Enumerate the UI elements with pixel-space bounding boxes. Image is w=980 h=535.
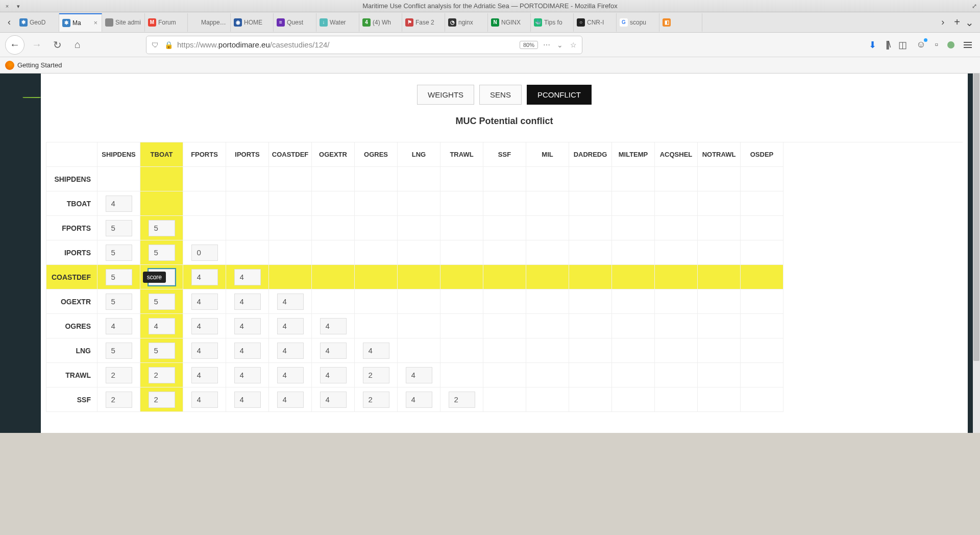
page-actions-icon[interactable]: ⋯ bbox=[542, 40, 551, 50]
matrix-score-input[interactable] bbox=[191, 318, 218, 334]
pocket-icon[interactable]: ⌄ bbox=[555, 40, 565, 50]
window-maximize-button[interactable]: ⤢ bbox=[972, 3, 977, 10]
matrix-score-input[interactable] bbox=[234, 294, 261, 310]
tab-favicon-icon: ≡ bbox=[277, 18, 285, 27]
tab-scroll-right[interactable]: › bbox=[936, 15, 950, 30]
matrix-score-input[interactable] bbox=[149, 318, 175, 334]
matrix-cell bbox=[355, 338, 398, 363]
tab-close-button[interactable]: × bbox=[92, 19, 99, 27]
analysis-tab[interactable]: WEIGHTS bbox=[417, 85, 474, 105]
app-menu-button[interactable] bbox=[964, 42, 972, 48]
window-close-button[interactable]: × bbox=[4, 3, 10, 9]
matrix-score-input[interactable] bbox=[320, 343, 347, 359]
matrix-cell bbox=[226, 363, 269, 387]
zoom-badge[interactable]: 80% bbox=[520, 41, 538, 49]
browser-tab[interactable]: ○CNR-I bbox=[574, 13, 617, 32]
matrix-cell bbox=[312, 363, 355, 387]
browser-tab[interactable]: Site admi bbox=[102, 13, 145, 32]
browser-tab[interactable]: MForum bbox=[145, 13, 188, 32]
matrix-score-input[interactable] bbox=[191, 392, 218, 408]
matrix-score-input[interactable] bbox=[149, 294, 175, 310]
matrix-score-input[interactable] bbox=[106, 196, 132, 212]
matrix-cell bbox=[698, 265, 741, 289]
matrix-cell bbox=[440, 216, 483, 240]
tab-label: Quest bbox=[287, 19, 313, 26]
matrix-score-input[interactable] bbox=[363, 343, 389, 359]
browser-tab[interactable]: ◧ bbox=[659, 13, 702, 32]
browser-tab[interactable]: 🐳Tips fo bbox=[531, 13, 574, 32]
matrix-score-input[interactable] bbox=[234, 318, 261, 334]
browser-tab[interactable]: Mappe ge bbox=[188, 13, 231, 32]
nav-home-button[interactable]: ⌂ bbox=[69, 37, 86, 53]
matrix-score-input[interactable] bbox=[363, 392, 389, 408]
browser-tab[interactable]: ✱Ma× bbox=[59, 13, 102, 32]
matrix-score-input[interactable] bbox=[191, 367, 218, 383]
matrix-cell bbox=[183, 289, 226, 314]
matrix-score-input[interactable] bbox=[320, 367, 347, 383]
matrix-score-input[interactable] bbox=[277, 343, 304, 359]
matrix-score-input[interactable] bbox=[234, 392, 261, 408]
matrix-col-header: LNG bbox=[398, 142, 440, 167]
matrix-cell bbox=[698, 167, 741, 191]
matrix-cell bbox=[269, 167, 312, 191]
matrix-score-input[interactable] bbox=[106, 269, 132, 285]
matrix-score-input[interactable] bbox=[191, 294, 218, 310]
matrix-score-input[interactable] bbox=[449, 392, 475, 408]
save-page-icon[interactable]: ▫ bbox=[935, 39, 938, 50]
downloads-icon[interactable]: ⬇ bbox=[869, 39, 876, 51]
browser-tab[interactable]: ◔nginx bbox=[445, 13, 488, 32]
matrix-score-input[interactable] bbox=[149, 245, 175, 261]
browser-tab[interactable]: 4(4) Wh bbox=[359, 13, 402, 32]
analysis-tab[interactable]: PCONFLICT bbox=[527, 85, 592, 105]
matrix-score-input[interactable] bbox=[149, 367, 175, 383]
bookmark-item[interactable]: Getting Started bbox=[17, 61, 62, 69]
browser-tab[interactable]: ✱GeoD bbox=[16, 13, 59, 32]
matrix-score-input[interactable] bbox=[106, 294, 132, 310]
matrix-score-input[interactable] bbox=[234, 343, 261, 359]
page-scrollbar[interactable] bbox=[973, 74, 980, 433]
matrix-score-input[interactable] bbox=[106, 220, 132, 236]
all-tabs-button[interactable]: ⌄ bbox=[965, 16, 974, 29]
matrix-score-input[interactable] bbox=[320, 392, 347, 408]
matrix-cell bbox=[440, 387, 483, 412]
library-icon[interactable]: |||\ bbox=[886, 39, 889, 50]
matrix-score-input[interactable] bbox=[106, 367, 132, 383]
matrix-score-input[interactable] bbox=[106, 318, 132, 334]
matrix-score-input[interactable] bbox=[277, 392, 304, 408]
matrix-score-input[interactable] bbox=[406, 392, 432, 408]
tab-scroll-left[interactable]: ‹ bbox=[2, 15, 16, 30]
window-minimize-button[interactable]: ▾ bbox=[15, 3, 21, 9]
matrix-score-input[interactable] bbox=[234, 367, 261, 383]
analysis-tab[interactable]: SENS bbox=[479, 85, 522, 105]
matrix-row-header: COASTDEF bbox=[46, 265, 97, 289]
browser-tab[interactable]: ◉HOME bbox=[231, 13, 274, 32]
sidebar-icon[interactable]: ◫ bbox=[898, 39, 907, 51]
browser-tab[interactable]: NNGINX bbox=[488, 13, 531, 32]
new-tab-button[interactable]: + bbox=[954, 16, 960, 28]
matrix-score-input[interactable] bbox=[106, 392, 132, 408]
matrix-score-input[interactable] bbox=[149, 392, 175, 408]
matrix-score-input[interactable] bbox=[106, 245, 132, 261]
matrix-score-input[interactable] bbox=[363, 367, 389, 383]
matrix-score-input[interactable] bbox=[106, 343, 132, 359]
matrix-score-input[interactable] bbox=[277, 318, 304, 334]
matrix-score-input[interactable] bbox=[149, 220, 175, 236]
browser-tab[interactable]: ≡Quest bbox=[274, 13, 316, 32]
matrix-score-input[interactable] bbox=[191, 343, 218, 359]
nav-back-button[interactable]: ← bbox=[5, 35, 24, 55]
address-bar[interactable]: 🛡 🔒 https://www.portodimare.eu/casestudi… bbox=[146, 36, 582, 54]
matrix-score-input[interactable] bbox=[277, 367, 304, 383]
matrix-score-input[interactable] bbox=[406, 367, 432, 383]
matrix-score-input[interactable] bbox=[277, 294, 304, 310]
matrix-score-input[interactable] bbox=[191, 245, 218, 261]
matrix-score-input[interactable] bbox=[149, 343, 175, 359]
matrix-score-input[interactable] bbox=[320, 318, 347, 334]
matrix-score-input[interactable] bbox=[191, 269, 218, 285]
matrix-score-input[interactable] bbox=[234, 269, 261, 285]
nav-reload-button[interactable]: ↻ bbox=[49, 37, 65, 53]
browser-tab[interactable]: Gscopu bbox=[617, 13, 659, 32]
browser-tab[interactable]: ↓Water bbox=[316, 13, 359, 32]
bookmark-star-icon[interactable]: ☆ bbox=[569, 40, 578, 50]
account-icon[interactable]: ☺ bbox=[916, 39, 925, 50]
browser-tab[interactable]: ⚑Fase 2 bbox=[402, 13, 445, 32]
